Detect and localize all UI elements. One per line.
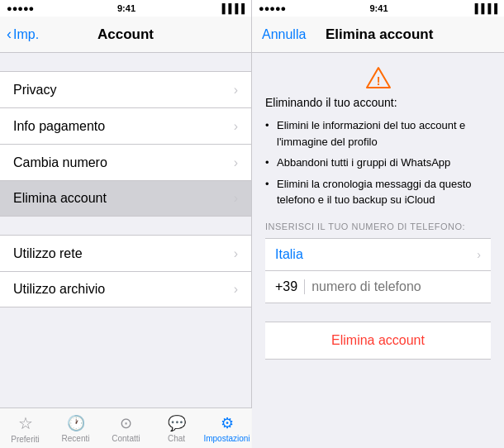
right-panel: ●●●●● 9:41 ▐▐▐▐ Annulla Elimina account … xyxy=(252,0,504,448)
menu-item-cambia-numero[interactable]: Cambia numero › xyxy=(0,144,251,180)
tab-preferiti[interactable]: ☆ Preferiti xyxy=(0,408,50,448)
menu-item-privacy[interactable]: Privacy › xyxy=(0,71,251,107)
country-selector[interactable]: Italia › xyxy=(265,239,491,271)
menu-item-cambia-numero-label: Cambia numero xyxy=(13,155,107,170)
menu-item-utilizzo-rete[interactable]: Utilizzo rete › xyxy=(0,235,251,271)
phone-code: +39 xyxy=(275,279,305,294)
bullet-icon: • xyxy=(265,176,273,193)
tab-impostazioni-label: Impostazioni xyxy=(203,434,250,443)
tab-contatti[interactable]: ⊙ Contatti xyxy=(101,408,151,448)
chevron-icon: › xyxy=(234,282,238,297)
phone-section: Italia › +39 xyxy=(265,238,491,303)
back-label: Imp. xyxy=(13,27,39,42)
svg-text:!: ! xyxy=(376,74,380,88)
left-battery: ▐▐▐▐ xyxy=(219,3,245,13)
right-nav-title: Elimina account xyxy=(306,26,453,43)
left-time: 9:41 xyxy=(117,3,136,13)
warning-triangle-icon: ! xyxy=(365,66,392,89)
tab-recenti[interactable]: 🕐 Recenti xyxy=(50,408,101,448)
warning-item-3-text: Elimini la cronologia messaggi da questo… xyxy=(277,176,491,208)
menu-item-utilizzo-archivio-label: Utilizzo archivio xyxy=(13,282,105,297)
tab-bar: ☆ Preferiti 🕐 Recenti ⊙ Contatti 💬 Chat … xyxy=(0,407,252,448)
warning-item-1: • Elimini le informazioni del tuo accoun… xyxy=(265,117,491,150)
chevron-icon: › xyxy=(234,83,238,98)
chat-icon: 💬 xyxy=(168,414,186,432)
back-button[interactable]: ‹ Imp. xyxy=(7,26,39,43)
warning-item-2: • Abbandoni tutti i gruppi di WhatsApp xyxy=(265,155,491,171)
clock-icon: 🕐 xyxy=(67,414,85,432)
delete-section: Elimina account xyxy=(265,322,491,360)
right-battery: ▐▐▐▐ xyxy=(472,3,497,13)
chevron-icon: › xyxy=(234,246,238,261)
right-nav-bar: Annulla Elimina account xyxy=(252,17,504,53)
menu-item-utilizzo-archivio[interactable]: Utilizzo archivio › xyxy=(0,271,251,307)
star-icon: ☆ xyxy=(18,413,33,433)
phone-section-label: INSERISCI IL TUO NUMERO DI TELEFONO: xyxy=(265,222,491,231)
right-content: ! Eliminando il tuo account: • Elimini l… xyxy=(252,53,504,448)
menu-item-info-pagamento-label: Info pagamento xyxy=(13,119,105,134)
menu-item-info-pagamento[interactable]: Info pagamento › xyxy=(0,107,251,144)
chevron-right-icon: › xyxy=(477,248,481,261)
menu-section-1: Privacy › Info pagamento › Cambia numero… xyxy=(0,71,251,217)
menu-item-elimina-account[interactable]: Elimina account › xyxy=(0,180,251,217)
tab-chat[interactable]: 💬 Chat xyxy=(151,408,202,448)
delete-account-button[interactable]: Elimina account xyxy=(265,322,491,359)
left-nav-title: Account xyxy=(97,26,154,43)
tab-impostazioni[interactable]: ⚙ Impostazioni xyxy=(202,408,252,448)
right-status-bar: ●●●●● 9:41 ▐▐▐▐ xyxy=(252,0,504,17)
tab-chat-label: Chat xyxy=(168,434,185,443)
menu-item-utilizzo-rete-label: Utilizzo rete xyxy=(13,246,83,261)
left-status-bar: ●●●●● 9:41 ▐▐▐▐ xyxy=(0,0,251,17)
back-chevron-icon: ‹ xyxy=(7,26,12,43)
left-signal: ●●●●● xyxy=(7,3,34,13)
warning-item-1-text: Elimini le informazioni del tuo account … xyxy=(277,117,491,150)
phone-row: +39 xyxy=(265,271,491,303)
bullet-icon: • xyxy=(265,117,273,134)
settings-icon: ⚙ xyxy=(221,414,234,432)
menu-item-elimina-account-label: Elimina account xyxy=(13,191,107,206)
chevron-icon: › xyxy=(234,155,238,170)
bullet-icon: • xyxy=(265,155,273,171)
warning-item-2-text: Abbandoni tutti i gruppi di WhatsApp xyxy=(277,155,450,171)
tab-contatti-label: Contatti xyxy=(112,434,140,443)
warning-title: Eliminando il tuo account: xyxy=(265,96,491,109)
menu-item-privacy-label: Privacy xyxy=(13,83,56,98)
country-label: Italia xyxy=(275,247,303,262)
menu-section-2: Utilizzo rete › Utilizzo archivio › xyxy=(0,235,251,307)
warning-item-3: • Elimini la cronologia messaggi da ques… xyxy=(265,176,491,208)
chevron-icon: › xyxy=(234,191,238,206)
right-signal: ●●●●● xyxy=(259,3,286,13)
cancel-button[interactable]: Annulla xyxy=(262,27,306,42)
right-time: 9:41 xyxy=(370,3,388,13)
phone-input[interactable] xyxy=(311,279,481,294)
person-icon: ⊙ xyxy=(120,414,132,432)
warning-list: • Elimini le informazioni del tuo accoun… xyxy=(265,117,491,208)
tab-preferiti-label: Preferiti xyxy=(11,435,39,444)
chevron-icon: › xyxy=(234,119,238,134)
delete-account-label: Elimina account xyxy=(331,333,425,348)
left-nav-bar: ‹ Imp. Account xyxy=(0,17,251,53)
tab-recenti-label: Recenti xyxy=(62,434,90,443)
menu-gap xyxy=(0,217,251,235)
left-panel: ●●●●● 9:41 ▐▐▐▐ ‹ Imp. Account Privacy ›… xyxy=(0,0,252,448)
